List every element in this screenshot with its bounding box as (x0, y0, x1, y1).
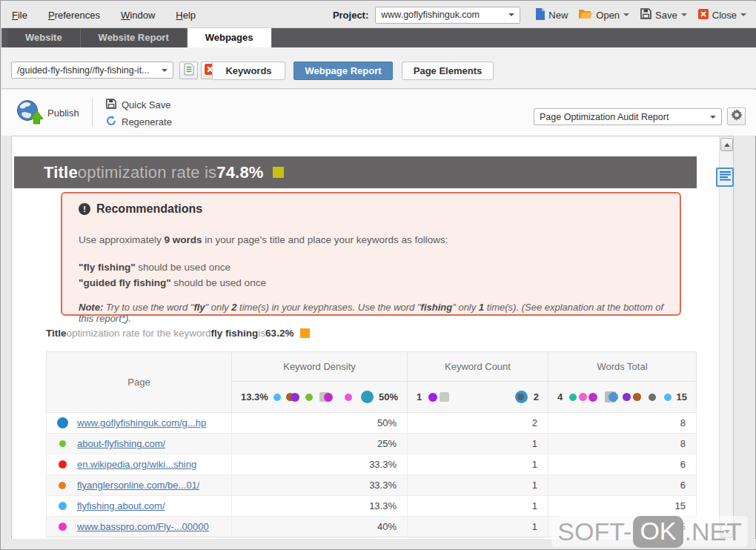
table-cell-value: 1 (408, 434, 548, 454)
publish-button[interactable]: Publish (16, 99, 79, 127)
app-window: File Preferences Window Help Project: ww… (0, 0, 756, 550)
legend-dot (440, 392, 449, 402)
col-header-page: Page (47, 352, 232, 413)
document-icon (184, 63, 194, 79)
title-optimization-banner: Title optimization rate is 74.8% (14, 156, 697, 188)
col-header-keyword-density: Keyword Density (232, 352, 408, 382)
legend-dot (305, 394, 313, 401)
save-floppy-icon (640, 8, 651, 21)
legend-dot (361, 391, 374, 403)
legend-dot (579, 393, 587, 401)
table-row: en.wikipedia.org/wiki...shing33.3%16 (47, 454, 697, 475)
page-properties-button[interactable] (179, 62, 198, 79)
tab-website-report[interactable]: Website Report (81, 28, 188, 47)
close-project-button[interactable]: Close (696, 7, 749, 23)
count-legend-dots (427, 391, 528, 403)
col-header-words-total: Words Total (548, 352, 697, 382)
chevron-down-icon (508, 13, 514, 16)
recommendations-title: Recommendations (96, 202, 202, 216)
watermark-post: .NET (685, 517, 742, 546)
report-settings-button[interactable] (727, 107, 746, 125)
page-link[interactable]: about-flyfishing.com/ (77, 438, 165, 449)
legend-dot (428, 393, 437, 402)
report-type-dropdown[interactable]: Page Optimization Audit Report (534, 108, 722, 125)
status-square-orange (300, 328, 310, 338)
table-cell-value: 1 (408, 454, 548, 475)
legend-dot (609, 392, 618, 402)
table-row: www.goflyfishinguk.com/g...hp50%28 (47, 413, 697, 434)
new-project-button[interactable]: New (533, 7, 570, 24)
legend-dot (623, 393, 631, 401)
legend-dot (291, 393, 299, 402)
page-link[interactable]: www.basspro.com/Fly-...00000 (77, 521, 209, 532)
menu-window[interactable]: Window (121, 10, 155, 21)
chevron-down-icon[interactable] (740, 13, 746, 16)
legend-dot (324, 393, 333, 402)
project-dropdown-value: www.goflyfishinguk.com (381, 10, 480, 20)
project-dropdown[interactable]: www.goflyfishinguk.com (375, 7, 520, 24)
chevron-down-icon (710, 116, 716, 119)
menu-help[interactable]: Help (176, 10, 196, 21)
scroll-up-button[interactable] (720, 138, 733, 151)
close-x-icon (698, 9, 709, 21)
table-cell-value: 6 (548, 475, 697, 496)
legend-dot (649, 394, 656, 401)
alert-exclamation-icon: ! (79, 203, 90, 215)
table-cell-value: 1 (408, 475, 548, 496)
save-project-button[interactable]: Save (638, 7, 689, 23)
col-header-keyword-count: Keyword Count (408, 352, 548, 382)
tab-webpages[interactable]: Webpages (188, 28, 272, 47)
words-legend-cell: 4 15 (548, 382, 697, 413)
page-dropdown-value: /guided-fly-fishing//fly-fishing-it... (17, 65, 150, 76)
gear-icon (731, 109, 743, 124)
recommendations-box: ! Recommendations Use approximately 9 wo… (61, 192, 681, 316)
recommendations-note: Note: Try to use the word "fly" only 2 t… (79, 302, 665, 324)
chevron-down-icon[interactable] (681, 13, 687, 16)
regenerate-button[interactable]: Regenerate (106, 116, 172, 128)
page-link[interactable]: flyfishing.about.com/ (77, 500, 165, 511)
project-label: Project: (333, 10, 368, 21)
webpage-report-button[interactable]: Webpage Report (294, 62, 393, 80)
words-legend-dots (568, 391, 671, 402)
watermark-pre: SOFT- (557, 517, 631, 546)
main-tabbar: Website Website Report Webpages (1, 28, 756, 47)
table-cell-value: 6 (548, 454, 697, 475)
table-cell-value: 40% (232, 517, 408, 537)
page-link[interactable]: en.wikipedia.org/wiki...shing (77, 459, 196, 470)
legend-dot (517, 394, 524, 400)
page-link[interactable]: flyanglersonline.com/be...01/ (77, 480, 199, 491)
quick-save-button[interactable]: Quick Save (106, 99, 170, 111)
table-cell-value: 50% (232, 413, 408, 434)
legend-dot (664, 394, 672, 401)
tab-website[interactable]: Website (7, 28, 81, 47)
keywords-button[interactable]: Keywords (212, 62, 285, 80)
regenerate-refresh-icon (106, 116, 116, 128)
table-cell-value: 2 (408, 413, 548, 434)
watermark-badge: OK (633, 516, 683, 548)
menubar: File Preferences Window Help Project: ww… (1, 1, 756, 28)
density-legend-cell: 13.3% 50% (232, 382, 408, 413)
keyword-advice-line: "guided fly fishing" should be used once (79, 275, 665, 291)
page-link[interactable]: www.goflyfishinguk.com/g...hp (77, 417, 206, 428)
menu-file[interactable]: File (12, 10, 27, 21)
open-project-button[interactable]: Open (577, 7, 631, 23)
menu-preferences[interactable]: Preferences (48, 10, 100, 21)
page-toolbar: /guided-fly-fishing//fly-fishing-it... >… (1, 47, 756, 89)
page-color-dot (59, 523, 67, 531)
vertical-scrollbar[interactable] (719, 136, 733, 540)
table-row: about-flyfishing.com/25%18 (47, 434, 697, 454)
table-cell-value: 15 (548, 496, 697, 517)
table-cell-value: 33.3% (232, 475, 408, 496)
page-dropdown[interactable]: /guided-fly-fishing//fly-fishing-it... (11, 62, 173, 79)
density-legend-dots (273, 391, 374, 403)
pages-table: Page Keyword Density Keyword Count Words… (46, 351, 696, 537)
report-outline-button[interactable] (716, 168, 734, 187)
table-cell-value: 25% (232, 434, 408, 454)
page-color-dot (57, 417, 68, 428)
keyword-rate-caption: Title optimization rate for the keyword … (46, 328, 310, 339)
page-elements-button[interactable]: Page Elements (402, 62, 494, 80)
chevron-down-icon[interactable] (623, 13, 629, 16)
arrow-up-icon (724, 143, 730, 147)
page-color-dot (59, 502, 67, 510)
banner-text: Title optimization rate is 74.8% (44, 163, 264, 182)
